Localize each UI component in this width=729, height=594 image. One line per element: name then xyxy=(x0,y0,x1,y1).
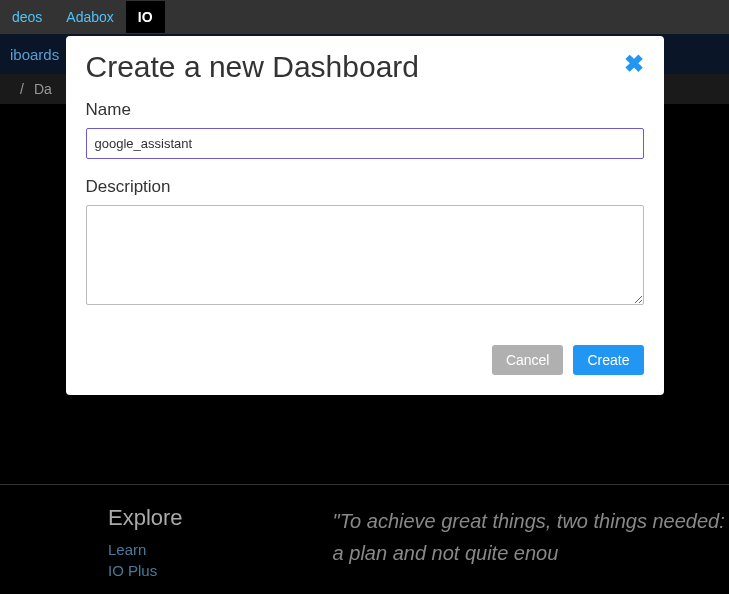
modal-header: Create a new Dashboard ✖ xyxy=(66,36,664,92)
name-input[interactable] xyxy=(86,128,644,159)
close-icon[interactable]: ✖ xyxy=(624,52,644,76)
modal-title: Create a new Dashboard xyxy=(86,50,420,84)
name-label: Name xyxy=(86,100,644,120)
cancel-button[interactable]: Cancel xyxy=(492,345,564,375)
name-form-group: Name xyxy=(86,100,644,159)
create-button[interactable]: Create xyxy=(573,345,643,375)
create-dashboard-modal: Create a new Dashboard ✖ Name Descriptio… xyxy=(66,36,664,395)
description-label: Description xyxy=(86,177,644,197)
description-form-group: Description xyxy=(86,177,644,309)
description-input[interactable] xyxy=(86,205,644,305)
modal-overlay: Create a new Dashboard ✖ Name Descriptio… xyxy=(0,0,729,594)
modal-footer: Cancel Create xyxy=(66,345,664,395)
modal-body: Name Description xyxy=(66,92,664,345)
